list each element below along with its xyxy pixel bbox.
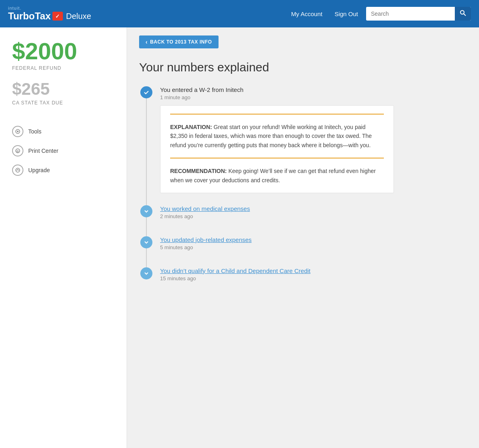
timeline-left-medical xyxy=(139,205,154,236)
timeline-content-childcare: You didn’t qualify for a Child and Depen… xyxy=(160,267,467,298)
timeline-title-job[interactable]: You updated job-related expenses xyxy=(160,236,467,243)
timeline-line-1 xyxy=(146,98,147,205)
timeline-title-w2: You entered a W-2 from Initech xyxy=(160,86,467,93)
timeline-time-childcare: 15 minutes ago xyxy=(160,275,467,281)
timeline-item-job: You updated job-related expenses 5 minut… xyxy=(139,236,467,267)
header: intuit. TurboTax ✓ Deluxe My Account Sig… xyxy=(0,0,479,27)
my-account-link[interactable]: My Account xyxy=(291,10,323,17)
timeline-time-w2: 1 minute ago xyxy=(160,94,467,100)
page-title: Your numbers explained xyxy=(139,60,467,74)
timeline-item-childcare: You didn’t qualify for a Child and Depen… xyxy=(139,267,467,298)
explanation-box: EXPLANATION: Great start on your refund!… xyxy=(160,105,394,193)
sign-out-link[interactable]: Sign Out xyxy=(335,10,358,17)
timeline-item-medical: You worked on medical expenses 2 minutes… xyxy=(139,205,467,236)
turbotax-label: TurboTax xyxy=(8,10,51,22)
sidebar-menu: Tools ⊕ Print Center Upgr xyxy=(12,126,115,176)
timeline-dot-job xyxy=(140,236,152,248)
timeline-content-w2: You entered a W-2 from Initech 1 minute … xyxy=(160,86,467,205)
explanation-text: EXPLANATION: Great start on your refund!… xyxy=(170,123,384,150)
state-tax-amount: $265 xyxy=(12,81,115,98)
timeline-line-2 xyxy=(146,217,147,236)
svg-point-3 xyxy=(17,131,19,132)
timeline: You entered a W-2 from Initech 1 minute … xyxy=(139,86,467,298)
back-button[interactable]: ‹ BACK TO 2013 TAX INFO xyxy=(139,35,219,48)
main-layout: $2000 FEDERAL REFUND $265 CA STATE TAX D… xyxy=(0,27,479,448)
header-nav: My Account Sign Out xyxy=(291,10,358,17)
sidebar-item-print-center[interactable]: ⊕ Print Center xyxy=(12,145,115,156)
svg-point-0 xyxy=(460,10,464,14)
sidebar: $2000 FEDERAL REFUND $265 CA STATE TAX D… xyxy=(0,27,127,448)
timeline-title-medical[interactable]: You worked on medical expenses xyxy=(160,205,467,212)
recommendation-text: RECOMMENDATION: Keep going! We’ll see if… xyxy=(170,167,384,185)
timeline-left-w2 xyxy=(139,86,154,205)
search-input[interactable] xyxy=(366,8,455,20)
state-tax-label: CA STATE TAX DUE xyxy=(12,100,115,106)
svg-text:⊕: ⊕ xyxy=(16,149,19,153)
upgrade-label: Upgrade xyxy=(28,167,50,173)
timeline-item-w2: You entered a W-2 from Initech 1 minute … xyxy=(139,86,467,205)
timeline-content-job: You updated job-related expenses 5 minut… xyxy=(160,236,467,267)
timeline-line-3 xyxy=(146,248,147,267)
turbotax-check-icon: ✓ xyxy=(52,12,63,21)
print-icon: ⊕ xyxy=(12,145,23,156)
back-button-label: BACK TO 2013 TAX INFO xyxy=(150,39,212,45)
timeline-content-medical: You worked on medical expenses 2 minutes… xyxy=(160,205,467,236)
orange-line-bottom xyxy=(170,158,384,158)
sidebar-item-upgrade[interactable]: Upgrade xyxy=(12,165,115,176)
search-container xyxy=(366,7,471,21)
orange-line-top xyxy=(170,114,384,115)
search-icon xyxy=(460,10,466,16)
logo-area: intuit. TurboTax ✓ Deluxe xyxy=(8,6,283,22)
back-arrow-icon: ‹ xyxy=(146,39,148,45)
tools-icon xyxy=(12,126,23,137)
logo: intuit. TurboTax ✓ Deluxe xyxy=(8,6,91,22)
svg-line-1 xyxy=(464,14,466,16)
explanation-label: EXPLANATION: xyxy=(170,124,212,130)
recommendation-label: RECOMMENDATION: xyxy=(170,168,227,174)
deluxe-label: Deluxe xyxy=(66,12,91,21)
timeline-dot-medical xyxy=(140,205,152,217)
search-button[interactable] xyxy=(455,7,471,21)
federal-refund-amount: $2000 xyxy=(12,40,115,63)
timeline-left-job xyxy=(139,236,154,267)
tools-label: Tools xyxy=(28,128,42,135)
intuit-label: intuit. xyxy=(8,6,91,10)
print-center-label: Print Center xyxy=(28,148,58,154)
timeline-time-job: 5 minutes ago xyxy=(160,244,467,250)
federal-refund-label: FEDERAL REFUND xyxy=(12,65,115,71)
timeline-time-medical: 2 minutes ago xyxy=(160,213,467,219)
timeline-dot-childcare xyxy=(140,267,152,279)
content-area: ‹ BACK TO 2013 TAX INFO Your numbers exp… xyxy=(127,27,479,448)
timeline-title-childcare[interactable]: You didn’t qualify for a Child and Depen… xyxy=(160,267,467,274)
timeline-left-childcare xyxy=(139,267,154,298)
svg-point-6 xyxy=(16,168,20,172)
sidebar-item-tools[interactable]: Tools xyxy=(12,126,115,137)
timeline-dot-w2 xyxy=(140,86,152,98)
upgrade-icon xyxy=(12,165,23,176)
